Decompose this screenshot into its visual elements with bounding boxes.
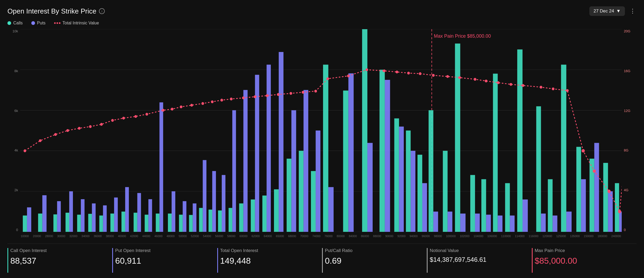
svg-rect-102: [615, 183, 619, 232]
svg-point-141: [458, 76, 461, 79]
stat-call-oi: Call Open Interest 88,537: [7, 248, 112, 273]
svg-rect-74: [429, 110, 433, 232]
svg-point-116: [146, 113, 148, 116]
svg-rect-64: [362, 29, 367, 232]
svg-rect-86: [505, 183, 510, 232]
svg-rect-8: [23, 215, 27, 232]
svg-point-128: [277, 93, 280, 96]
y-axis-left: 10k 8k 6k 4k 2k 0: [7, 29, 20, 242]
x-label: 125000: [556, 234, 566, 238]
stat-notional-label: Notional Value: [430, 248, 532, 253]
svg-rect-59: [316, 131, 320, 232]
svg-point-153: [618, 210, 621, 213]
svg-point-152: [607, 190, 611, 193]
x-label: 76000: [324, 234, 333, 238]
svg-rect-42: [218, 210, 222, 232]
date-selector[interactable]: 27 Dec 24 ▼: [589, 6, 625, 16]
title-area: Open Interest By Strike Price i: [7, 7, 105, 15]
svg-rect-52: [274, 189, 279, 232]
svg-rect-25: [125, 187, 129, 232]
svg-rect-30: [156, 214, 159, 232]
stat-put-call: Put/Call Ratio 0.69: [322, 248, 427, 273]
svg-point-151: [593, 169, 596, 173]
info-icon[interactable]: i: [99, 8, 105, 14]
svg-point-107: [39, 139, 42, 142]
svg-point-148: [552, 88, 554, 90]
svg-rect-62: [343, 90, 349, 232]
svg-rect-95: [566, 212, 572, 232]
svg-rect-53: [279, 52, 284, 232]
svg-point-146: [522, 84, 524, 87]
svg-point-144: [497, 81, 499, 84]
svg-point-122: [211, 100, 214, 103]
stat-max-pain: Max Pain Price $85,000.00: [532, 248, 637, 273]
x-label: 135000: [570, 234, 580, 238]
x-label: 80000: [337, 234, 345, 238]
x-axis-labels: 10000 20000 28000 30000 32000 34000 3600…: [20, 234, 622, 238]
dash2: [56, 22, 58, 24]
svg-point-138: [419, 72, 421, 75]
svg-rect-35: [183, 201, 186, 232]
svg-rect-23: [114, 198, 118, 232]
x-label: 30000: [57, 234, 65, 238]
svg-rect-56: [299, 151, 303, 232]
svg-point-115: [134, 115, 137, 118]
x-label: 64000: [264, 234, 272, 238]
svg-rect-91: [541, 214, 546, 232]
svg-rect-26: [134, 213, 137, 232]
stat-notional: Notional Value $14,387,697,546.61: [427, 248, 532, 273]
page-title: Open Interest By Strike Price: [7, 7, 96, 15]
svg-point-139: [432, 74, 435, 77]
x-label: 36000: [94, 234, 102, 238]
svg-rect-19: [92, 203, 96, 232]
svg-rect-82: [481, 179, 486, 232]
svg-rect-66: [380, 70, 385, 232]
svg-rect-18: [88, 214, 92, 232]
svg-rect-101: [608, 191, 613, 232]
svg-rect-103: [619, 212, 622, 232]
intrinsic-label: Total Intrinsic Value: [63, 21, 99, 25]
svg-rect-67: [385, 80, 390, 232]
x-label: 150000: [584, 234, 594, 238]
x-label: 106000: [487, 234, 497, 238]
stat-put-oi: Put Open Interest 60,911: [112, 248, 217, 273]
x-label: 44000: [142, 234, 150, 238]
x-label: 34000: [81, 234, 90, 238]
svg-rect-41: [212, 171, 216, 232]
svg-rect-34: [179, 215, 183, 232]
x-label: 180000: [598, 234, 607, 238]
svg-rect-17: [81, 199, 85, 232]
x-label: 90000: [385, 234, 393, 238]
svg-rect-9: [27, 207, 31, 232]
y-left-6k: 6k: [7, 109, 18, 113]
y-right-16g: 16G: [624, 69, 637, 73]
svg-rect-31: [159, 102, 163, 232]
x-label: 38000: [106, 234, 114, 238]
svg-rect-70: [406, 131, 411, 232]
x-label: 10000: [21, 234, 29, 238]
svg-point-143: [485, 80, 488, 82]
svg-rect-65: [367, 143, 373, 232]
x-label: 84000: [349, 234, 357, 238]
more-menu-icon[interactable]: ⋮: [629, 7, 637, 16]
svg-rect-69: [399, 127, 404, 232]
y-right-8g: 8G: [624, 148, 637, 152]
svg-point-125: [242, 97, 245, 99]
svg-rect-50: [262, 196, 267, 232]
svg-rect-27: [137, 193, 141, 232]
y-right-12g: 12G: [624, 109, 637, 113]
svg-point-120: [190, 104, 193, 107]
x-label: 62000: [251, 234, 260, 238]
svg-point-136: [396, 71, 398, 73]
x-axis: 10000 20000 28000 30000 32000 34000 3600…: [20, 233, 622, 244]
svg-point-111: [89, 125, 92, 128]
svg-rect-80: [470, 175, 475, 232]
svg-point-112: [100, 123, 103, 126]
x-label: 240000: [611, 234, 621, 238]
y-left-4k: 4k: [7, 148, 18, 152]
svg-point-140: [446, 75, 449, 78]
puts-label: Puts: [37, 21, 46, 25]
svg-rect-44: [229, 208, 232, 232]
dash3: [59, 22, 60, 24]
svg-rect-14: [66, 213, 69, 232]
